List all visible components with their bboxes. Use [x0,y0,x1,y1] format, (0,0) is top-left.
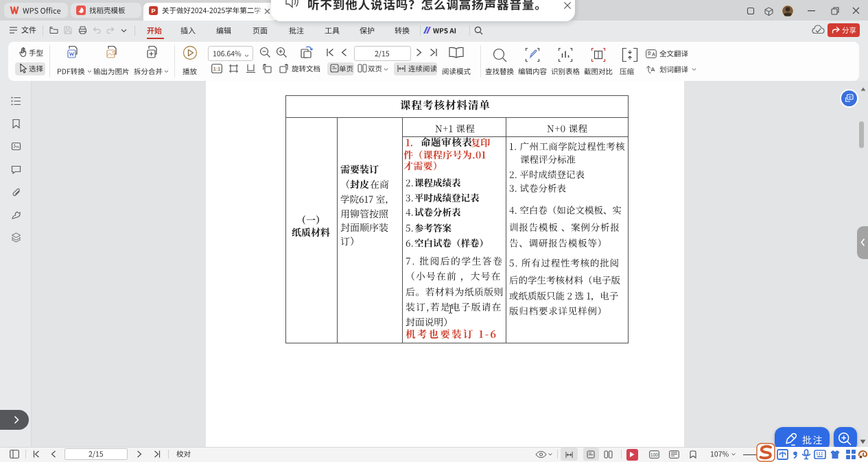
svg-text:100: 100 [650,452,658,457]
svg-text:1:1: 1:1 [213,66,221,72]
svg-text:P: P [151,8,155,14]
